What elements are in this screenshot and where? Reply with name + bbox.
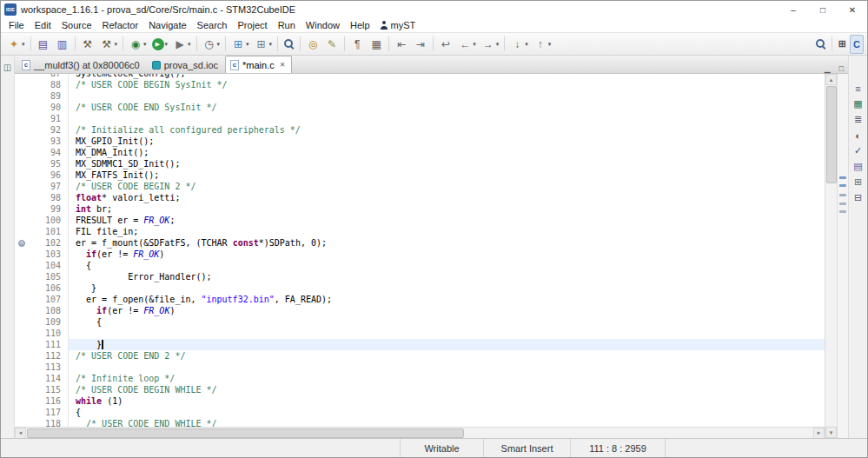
breakpoint-margin[interactable] xyxy=(15,373,29,384)
profile-icon[interactable]: ◷▾ xyxy=(200,35,223,54)
horizontal-scrollbar[interactable]: ◂ ▸ xyxy=(15,427,825,438)
code-line-117[interactable]: 117{ xyxy=(15,407,825,418)
scroll-left-icon[interactable]: ◂ xyxy=(15,428,26,439)
maximize-button[interactable]: □ xyxy=(808,1,838,18)
minimize-button[interactable]: – xyxy=(779,1,808,18)
back-icon[interactable]: ←▾ xyxy=(455,35,479,54)
shift-left-icon[interactable]: ⇤ xyxy=(392,35,411,54)
code-editor[interactable]: 87SystemClock_Config();88/* USER CODE BE… xyxy=(15,74,825,438)
documentation-icon[interactable]: ▤ xyxy=(851,160,865,173)
breakpoint-margin[interactable] xyxy=(15,215,29,226)
breakpoint-margin[interactable] xyxy=(15,339,29,350)
code-line-91[interactable]: 91 xyxy=(15,113,825,124)
build-all-icon[interactable]: ⚒ xyxy=(78,35,97,54)
quick-access-search-icon[interactable] xyxy=(812,35,829,54)
vertical-scroll-thumb[interactable] xyxy=(826,86,837,183)
code-line-102[interactable]: 102er = f_mount(&SDFatFS, (TCHAR const*)… xyxy=(15,237,825,249)
editor-tab--main-c[interactable]: c*main.c✕ xyxy=(225,56,292,73)
maximize-view-icon[interactable]: □ xyxy=(835,64,848,73)
close-button[interactable]: ✕ xyxy=(838,1,867,18)
open-perspective-icon[interactable]: ⊞ xyxy=(835,35,850,54)
breakpoint-margin[interactable] xyxy=(15,328,29,339)
breakpoint-margin[interactable] xyxy=(15,113,29,124)
code-line-92[interactable]: 92/* Initialize all configured periphera… xyxy=(15,124,825,136)
code-line-113[interactable]: 113 xyxy=(15,362,825,373)
code-line-108[interactable]: 108 if(er != FR_OK) xyxy=(15,305,825,316)
minimize-view-icon[interactable]: ▁ xyxy=(820,64,835,73)
breakpoint-margin[interactable] xyxy=(15,79,29,90)
code-line-111[interactable]: 111 } xyxy=(15,339,825,350)
shift-right-icon[interactable]: ⇥ xyxy=(411,35,430,54)
save-icon[interactable]: ▤ xyxy=(34,35,53,54)
ruler-mark[interactable] xyxy=(839,184,846,187)
code-line-89[interactable]: 89 xyxy=(15,90,825,102)
code-line-99[interactable]: 99int br; xyxy=(15,203,825,215)
breakpoint-margin[interactable] xyxy=(15,181,29,192)
code-line-107[interactable]: 107 er = f_open(&file_in, "inputf32.bin"… xyxy=(15,294,825,305)
breakpoint-margin[interactable] xyxy=(15,237,29,249)
ruler-mark[interactable] xyxy=(839,194,846,196)
breakpoint-margin[interactable] xyxy=(15,395,29,407)
breakpoint-margin[interactable] xyxy=(15,260,29,271)
code-line-106[interactable]: 106 } xyxy=(15,282,825,294)
breakpoint-margin[interactable] xyxy=(15,158,29,169)
breakpoint-margin[interactable] xyxy=(15,407,29,418)
breakpoint-margin[interactable] xyxy=(15,203,29,215)
debug-icon[interactable]: ◉▾ xyxy=(126,35,149,54)
new-wizard-icon[interactable]: ✦▾ xyxy=(4,35,28,54)
external-tools-icon[interactable]: ▶▾ xyxy=(170,35,194,54)
mark-occurrences-icon[interactable]: ✎ xyxy=(322,35,341,54)
editor-tab--muldf3-at-0x80006c0[interactable]: c__muldf3() at 0x80006c0 xyxy=(17,56,147,73)
overview-ruler[interactable] xyxy=(837,74,848,438)
breakpoint-margin[interactable] xyxy=(15,169,29,181)
code-line-93[interactable]: 93MX_GPIO_Init(); xyxy=(15,136,825,147)
forward-icon[interactable]: →▾ xyxy=(479,35,502,54)
outline-icon[interactable]: ≡ xyxy=(851,82,865,95)
scroll-down-icon[interactable]: ▾ xyxy=(825,427,837,438)
next-annotation-icon[interactable]: ↓▾ xyxy=(507,35,531,54)
menu-run[interactable]: Run xyxy=(273,19,301,31)
breakpoint-margin[interactable] xyxy=(15,136,29,147)
ruler-mark[interactable] xyxy=(839,210,846,213)
code-line-104[interactable]: 104 { xyxy=(15,260,825,271)
breakpoint-margin[interactable] xyxy=(15,384,29,395)
new-project-icon[interactable]: ⊞▾ xyxy=(252,35,275,54)
breakpoint-margin[interactable] xyxy=(15,362,29,373)
menu-source[interactable]: Source xyxy=(56,19,97,31)
build-config-icon[interactable]: ⚒▾ xyxy=(97,35,121,54)
code-line-88[interactable]: 88/* USER CODE BEGIN SysInit */ xyxy=(15,79,825,90)
editor-tab-prova-sd-ioc[interactable]: prova_sd.ioc xyxy=(147,56,225,73)
code-line-97[interactable]: 97/* USER CODE BEGIN 2 */ xyxy=(15,181,825,192)
breakpoint-margin[interactable] xyxy=(15,294,29,305)
cpp-perspective-icon[interactable]: C xyxy=(850,35,864,54)
breakpoint-margin[interactable] xyxy=(15,418,29,427)
code-line-98[interactable]: 98float* valori_letti; xyxy=(15,192,825,203)
static-stack-analyzer-icon[interactable]: ≣ xyxy=(851,113,865,126)
new-c-file-icon[interactable]: ⊞▾ xyxy=(229,35,252,54)
breakpoint-margin[interactable] xyxy=(15,192,29,203)
breakpoint-margin[interactable] xyxy=(15,305,29,316)
menu-help[interactable]: Help xyxy=(345,19,375,31)
menu-search[interactable]: Search xyxy=(192,19,233,31)
restore-explorer-icon[interactable]: ◫ xyxy=(3,63,11,72)
code-line-116[interactable]: 116while (1) xyxy=(15,395,825,407)
menu-myst[interactable]: myST xyxy=(375,19,421,31)
menu-edit[interactable]: Edit xyxy=(30,19,56,31)
breakpoint-margin[interactable] xyxy=(15,90,29,102)
code-line-95[interactable]: 95MX_SDMMC1_SD_Init(); xyxy=(15,158,825,169)
task-list-icon[interactable]: ✓ xyxy=(851,144,865,157)
open-element-icon[interactable]: ◎ xyxy=(303,35,322,54)
ruler-mark[interactable] xyxy=(839,202,846,205)
code-line-103[interactable]: 103 if(er != FR_OK) xyxy=(15,249,825,260)
code-line-115[interactable]: 115/* USER CODE BEGIN WHILE */ xyxy=(15,384,825,395)
save-all-icon[interactable]: ▥ xyxy=(53,35,72,54)
code-line-100[interactable]: 100FRESULT er = FR_OK; xyxy=(15,215,825,226)
horizontal-scroll-thumb[interactable] xyxy=(27,428,464,438)
code-line-90[interactable]: 90/* USER CODE END SysInit */ xyxy=(15,102,825,113)
code-line-112[interactable]: 112/* USER CODE END 2 */ xyxy=(15,350,825,362)
run-icon[interactable]: ▶▾ xyxy=(149,35,171,54)
code-line-110[interactable]: 110 xyxy=(15,328,825,339)
vertical-scrollbar[interactable]: ▴ ▾ xyxy=(825,74,837,438)
tab-close-icon[interactable]: ✕ xyxy=(280,61,286,69)
search-icon[interactable] xyxy=(281,35,297,54)
